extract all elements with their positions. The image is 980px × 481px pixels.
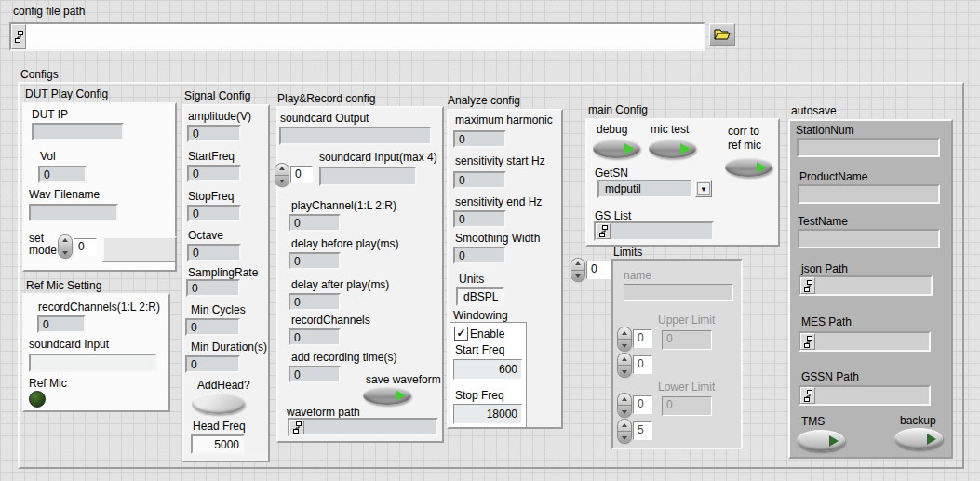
soundcard-output-input[interactable] [279,127,432,145]
upper-index2-input[interactable]: 0 [633,355,652,374]
json-path-input[interactable] [815,277,931,294]
testname-input[interactable] [798,229,940,248]
waveform-path-input[interactable] [304,420,436,434]
upper-index1-input[interactable]: 0 [633,329,652,348]
ref-mic-led[interactable] [29,391,46,408]
debug-label: debug [597,124,627,136]
samplingrate-input[interactable]: 0 [186,279,240,297]
stopfreq-input[interactable]: 0 [187,205,241,222]
dut-ip-input[interactable] [32,123,124,140]
upper-limit-label: Upper Limit [658,314,715,327]
chevron-down-icon: ▼ [697,182,710,195]
mes-path-input[interactable] [815,333,929,350]
lower-index1-input[interactable]: 0 [633,395,652,414]
mes-path-control [799,331,931,352]
save-waveform-label: save waveform [366,374,441,386]
save-waveform-button[interactable] [363,386,411,405]
wav-filename-input[interactable] [29,204,118,221]
path-type-icon [800,333,815,350]
limits-index-input[interactable]: 0 [586,261,614,279]
samplingrate-label: SamplingRate [188,267,258,279]
json-path-label: json Path [801,263,848,275]
soundcard-output-label: soundcard Output [280,113,369,125]
units-input[interactable]: dBSPL [456,287,504,306]
browse-button[interactable] [709,23,735,46]
sensitivity-end-input[interactable]: 0 [453,210,506,228]
productname-input[interactable] [798,184,940,204]
getsn-dropdown-button[interactable]: ▼ [695,180,712,197]
recordchannels-input[interactable]: 0 [289,328,341,346]
stop-freq-label: Stop Freq [455,390,504,402]
enable-checkbox[interactable]: ✓ [454,327,468,341]
gs-list-path-control [594,221,714,241]
start-freq-input[interactable]: 600 [453,359,522,380]
soundcard-input-index[interactable]: 0 [290,166,313,183]
upper-index2-spinner[interactable] [618,354,631,377]
amplitude-input[interactable]: 0 [187,125,241,142]
smoothing-width-input[interactable]: 0 [453,247,506,264]
startfreq-input[interactable]: 0 [187,165,241,182]
min-cycles-input[interactable]: 0 [185,318,240,336]
config-file-path-control [9,22,705,51]
mic-test-button[interactable] [649,139,696,158]
set-mode-indicator [102,236,177,262]
wav-filename-label: Wav Filename [29,189,100,201]
stationnum-label: StationNum [796,125,854,137]
sensitivity-end-label: sensitivity end Hz [455,196,542,208]
addhead-label: AddHead? [197,380,250,392]
upper-limit-element[interactable]: 0 [662,330,712,350]
delay-after-input[interactable]: 0 [289,293,341,311]
gssn-path-input[interactable] [815,387,929,404]
backup-button[interactable] [894,428,943,449]
backup-label: backup [900,415,936,427]
lower-limit-label: Lower Limit [658,381,715,394]
add-recording-label: add recording time(s) [291,352,396,364]
limits-name-input[interactable] [624,284,733,301]
soundcard-input-max4-label: soundcard Input(max 4) [319,152,437,164]
octave-label: Octave [188,230,223,242]
windowing-label: Windowing [453,310,508,322]
path-type-icon [800,387,815,404]
soundcard-input-index-spinner[interactable] [275,164,289,186]
sensitivity-start-label: sensitivity start Hz [455,155,545,167]
set-mode-input[interactable]: 0 [74,238,97,256]
path-type-icon [596,223,611,239]
soundcard-input-max4-field[interactable] [319,167,417,186]
min-duration-label: Min Duration(s) [191,341,267,354]
sensitivity-start-input[interactable]: 0 [453,171,506,189]
lower-index2-spinner[interactable] [618,420,631,443]
head-freq-input[interactable]: 5000 [191,434,245,454]
playchannel-input[interactable]: 0 [289,214,341,232]
maximum-harmonic-input[interactable]: 0 [453,130,506,148]
lower-limit-element[interactable]: 0 [662,396,712,416]
delay-before-input[interactable]: 0 [289,252,341,270]
limits-index-spinner[interactable] [571,259,584,281]
record-channels-input[interactable]: 0 [37,315,86,333]
gs-list-input[interactable] [611,223,712,239]
min-duration-input[interactable]: 0 [185,355,240,373]
dut-play-config-title: DUT Play Config [25,88,108,100]
smoothing-width-label: Smoothing Width [455,233,540,245]
addhead-button[interactable] [192,393,245,414]
units-label: Units [459,274,484,286]
stopfreq-label: StopFreq [188,191,234,203]
corr-to-ref-mic-button[interactable] [725,157,772,177]
vol-input[interactable]: 0 [38,166,87,183]
play-record-title: Play&Record config [277,93,375,105]
octave-input[interactable]: 0 [187,244,241,261]
signal-config-title: Signal Config [184,90,250,102]
soundcard-input-field[interactable] [29,354,157,372]
debug-button[interactable] [593,139,640,158]
lower-index2-input[interactable]: 5 [633,421,652,440]
getsn-ring[interactable]: mdputil [597,180,692,198]
tms-button[interactable] [797,430,845,451]
stationnum-input[interactable] [797,138,940,157]
enable-label: Enable [470,328,504,341]
set-mode-spinner[interactable] [59,235,72,258]
stop-freq-input[interactable]: 18000 [453,404,522,424]
autosave-title: autosave [791,105,837,117]
upper-index1-spinner[interactable] [618,327,631,351]
config-file-path-input[interactable] [26,24,704,49]
add-recording-input[interactable]: 0 [289,366,341,383]
lower-index1-spinner[interactable] [618,394,631,417]
